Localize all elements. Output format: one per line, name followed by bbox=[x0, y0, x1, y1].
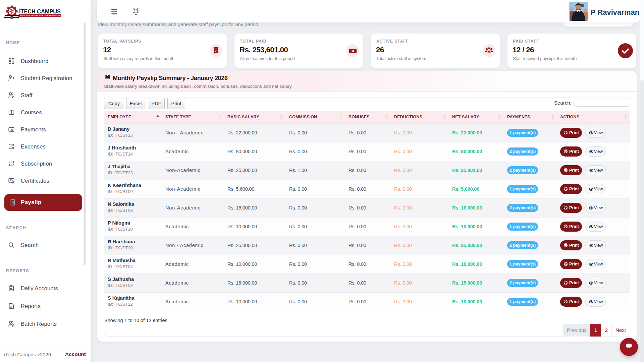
svg-text:iTECH CAMPUS: iTECH CAMPUS bbox=[19, 8, 61, 14]
svg-text:EDUCATION FOR NEXT GENERATION: EDUCATION FOR NEXT GENERATION bbox=[20, 14, 60, 16]
